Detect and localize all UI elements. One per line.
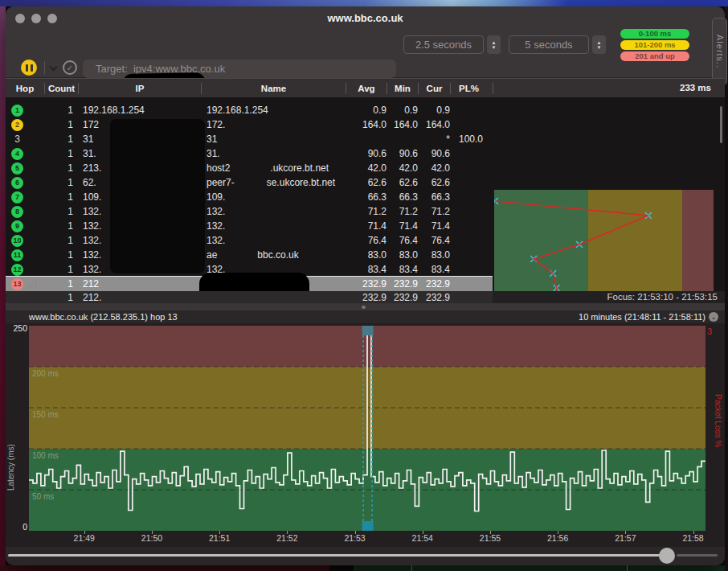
pane-splitter[interactable]	[6, 303, 725, 310]
cell-avg: 71.2	[346, 206, 386, 217]
timeline-range-label: 10 minutes (21:48:11 - 21:58:11)	[579, 312, 706, 322]
background-tick	[627, 565, 628, 571]
titlebar[interactable]: www.bbc.co.uk	[6, 6, 725, 31]
scrollbar-handle[interactable]	[659, 548, 675, 564]
svg-text:100 ms: 100 ms	[32, 451, 59, 460]
hop-number-badge: 1	[11, 105, 23, 117]
pause-button[interactable]	[21, 60, 37, 76]
focus-time-select[interactable]: 5 seconds	[509, 35, 589, 54]
table-row[interactable]: 91132.132.71.471.471.4	[6, 219, 493, 233]
time-tick-label: 21:56	[540, 533, 575, 543]
table-row[interactable]: 111132.ae bbc.co.uk83.083.083.0	[6, 248, 493, 262]
table-row[interactable]: 1212.232.9232.9232.9	[6, 291, 493, 303]
hop-number-badge: 6	[11, 177, 23, 189]
cell-cur: 83.4	[418, 264, 450, 275]
background-window-gap	[329, 565, 354, 571]
column-header-pl[interactable]: PL%	[450, 83, 487, 94]
scrollbar-track[interactable]	[8, 554, 667, 557]
cell-ip: 212.	[78, 292, 201, 303]
table-row[interactable]: 6162.peer7- se.ukcore.bt.net62.662.662.6	[6, 175, 493, 190]
table-row[interactable]: 71109.109.66.366.366.3	[6, 190, 493, 204]
cell-name: 132.	[201, 206, 346, 217]
svg-text:150 ms: 150 ms	[32, 410, 59, 419]
trace-interval-select[interactable]: 2.5 seconds	[403, 35, 484, 54]
cell-count: 1	[44, 105, 78, 116]
column-header-cur[interactable]: Cur	[418, 83, 450, 94]
cell-min: 71.2	[386, 206, 418, 217]
table-row[interactable]: 81132.132.71.271.271.2	[6, 204, 493, 219]
cell-min: 83.4	[386, 264, 418, 275]
focus-time-stepper[interactable]: ▲▼	[592, 35, 606, 54]
timeline-range-chevron-icon[interactable]: ⌄	[709, 312, 718, 322]
redacted-ip-column-blob	[110, 119, 205, 273]
table-header[interactable]: HopCountIPNameAvgMinCurPL% 233 ms	[6, 78, 725, 97]
cell-avg: 83.0	[346, 249, 386, 261]
cell-count: 1	[44, 249, 78, 261]
cell-name: 172.	[201, 119, 346, 130]
hop-number-badge: 11	[11, 249, 23, 261]
cell-count: 1	[44, 119, 78, 130]
latency-color-legend: 0-100 ms101-200 ms201 and up	[620, 29, 689, 61]
y-max-label: 250	[6, 323, 27, 333]
time-tick-label: 21:58	[676, 533, 711, 543]
latency-timeline-chart[interactable]: 200 ms150 ms100 ms50 ms	[29, 326, 706, 531]
cell-cur: 42.0	[418, 162, 450, 174]
timeline-scrollbar	[6, 547, 725, 565]
column-header-avg[interactable]: Avg	[346, 83, 386, 94]
cell-avg: 90.6	[346, 148, 386, 159]
column-header-min[interactable]: Min	[386, 83, 418, 94]
cell-count: 1	[44, 220, 78, 232]
cell-avg: 232.9	[346, 278, 386, 290]
table-row[interactable]: 4131.31.90.690.690.6	[6, 146, 493, 161]
alerts-tab[interactable]: Alerts..	[712, 18, 727, 85]
cell-name: 31	[201, 134, 346, 145]
partial-hop-row[interactable]: 1212.232.9232.9232.9	[6, 291, 493, 303]
column-header-ip[interactable]: IP	[78, 83, 201, 94]
desktop-edge-right	[725, 6, 728, 571]
cell-avg: 83.4	[346, 264, 386, 275]
hop-number-badge: 8	[11, 206, 23, 218]
trace-interval-stepper[interactable]: ▲▼	[487, 35, 501, 54]
cell-name: ae bbc.co.uk	[201, 249, 346, 261]
time-tick-label: 21:57	[607, 533, 643, 543]
cell-ip: 212	[78, 278, 201, 290]
cell-min: 232.9	[386, 292, 418, 303]
latency-axis-label: Latency (ms)	[6, 394, 15, 491]
table-row[interactable]: 21172172.164.0164.0164.0	[6, 117, 493, 132]
column-header-name[interactable]: Name	[201, 83, 346, 94]
cell-name: 192.168.1.254	[201, 105, 346, 116]
table-row[interactable]: 51213.host2 .ukcore.bt.net42.042.042.0	[6, 161, 493, 175]
hop-table: 11192.168.1.254192.168.1.2540.90.90.9211…	[6, 97, 725, 291]
cell-pl: 100.0	[450, 134, 487, 145]
cell-cur: 71.2	[418, 206, 450, 217]
desktop-edge-left	[0, 6, 6, 571]
table-row[interactable]: 313131*100.0	[6, 132, 493, 146]
vertical-scrollbar-thumb[interactable]	[720, 106, 722, 143]
hop-number-badge: 5	[11, 162, 23, 175]
hop-number-badge: 13	[11, 278, 23, 290]
cell-avg: 66.3	[346, 191, 386, 203]
cell-count: 1	[44, 162, 78, 174]
timeline-plot-area[interactable]: 250 0 Latency (ms) 3 Packet Loss % 200 m…	[6, 323, 725, 547]
table-row[interactable]: 11192.168.1.254192.168.1.2540.90.90.9	[6, 103, 493, 117]
legend-pill: 201 and up	[620, 51, 689, 61]
start-trace-check-icon[interactable]: ✓	[63, 60, 77, 75]
cell-cur: 62.6	[418, 177, 450, 188]
background-tick	[411, 565, 412, 571]
desktop-wallpaper-strip	[0, 0, 728, 6]
scrollbar-track-right[interactable]	[677, 554, 718, 557]
table-row[interactable]: 101132.132.76.476.476.4	[6, 233, 493, 248]
column-header-count[interactable]: Count	[44, 83, 78, 94]
y-zero-label: 0	[6, 522, 27, 532]
cell-min: 0.9	[386, 105, 418, 116]
cell-avg: 62.6	[346, 177, 386, 188]
chevron-down-icon[interactable]	[50, 64, 56, 71]
legend-pill: 0-100 ms	[620, 29, 689, 39]
column-header-hop[interactable]: Hop	[6, 83, 44, 94]
cell-avg: 0.9	[346, 105, 386, 116]
cell-cur: 164.0	[418, 119, 450, 130]
packet-loss-axis-label: Packet Loss %	[714, 394, 722, 515]
timeline-title: www.bbc.co.uk (212.58.235.1) hop 13	[29, 312, 178, 322]
cell-avg: 232.9	[346, 292, 386, 303]
cell-avg: 164.0	[346, 119, 386, 130]
